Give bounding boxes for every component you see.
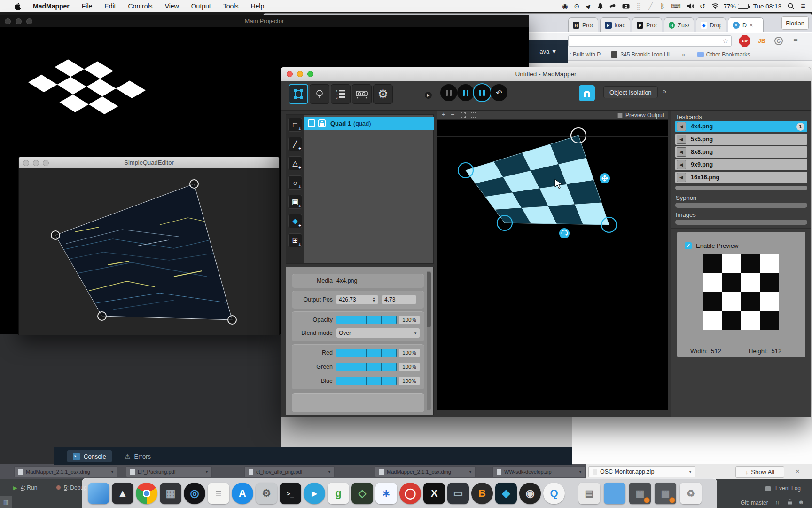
dev-app-icon[interactable]: ◆: [495, 483, 517, 504]
menu-item-controls[interactable]: Controls: [122, 0, 158, 12]
screenshot-app-icon[interactable]: ▦: [160, 483, 181, 504]
location-icon[interactable]: ▶: [584, 0, 593, 12]
download-item[interactable]: MadMapper_2.1.1_osx.dmg▾: [14, 466, 117, 477]
preview-output-toggle[interactable]: Preview Output: [617, 112, 664, 119]
node-app-icon[interactable]: ◇: [351, 483, 373, 504]
event-log-button[interactable]: Event Log: [775, 485, 801, 492]
show-all-downloads-button[interactable]: ↓ Show All: [735, 466, 784, 478]
chrome-tab-4[interactable]: HZusa: [664, 17, 694, 32]
surfaces-mode-button[interactable]: [289, 84, 308, 104]
selection-marquee-icon[interactable]: [471, 112, 476, 118]
move-gizmo-icon[interactable]: [600, 173, 610, 183]
red-slider[interactable]: [336, 349, 397, 357]
download-item[interactable]: MadMapper_2.1.1_osx.dmg▾: [375, 466, 476, 477]
wifi-icon[interactable]: [710, 0, 720, 12]
pause-active-button[interactable]: [474, 84, 491, 101]
snap-magnet-button[interactable]: [579, 85, 595, 101]
record-icon[interactable]: ◉: [561, 0, 569, 12]
menu-item-tools[interactable]: Tools: [217, 0, 245, 12]
chrome-icon[interactable]: [136, 483, 157, 504]
run-button[interactable]: 4: Run: [21, 484, 37, 491]
atom-app-icon[interactable]: ∗: [375, 483, 397, 504]
chevron-down-icon[interactable]: ▾: [689, 470, 691, 474]
blue-slider[interactable]: [336, 377, 397, 385]
screens-app-icon[interactable]: ▭: [447, 483, 469, 504]
media-value[interactable]: 4x4.png: [336, 278, 357, 284]
testcard-row-9x9[interactable]: ◀9x9.png: [675, 159, 807, 170]
layer-row-quad1[interactable]: Quad 1 (quad): [304, 117, 434, 130]
output-setup-button[interactable]: [352, 84, 372, 104]
bookmark-item[interactable]: 345 Brankic Icon UI: [620, 51, 670, 58]
assign-left-icon[interactable]: ◀: [677, 122, 686, 131]
tab-console[interactable]: >_ Console: [67, 450, 112, 462]
add-ellipse-button[interactable]: ○+: [288, 175, 302, 190]
quad-corner-handle[interactable]: [98, 312, 106, 320]
add-mask-button[interactable]: ▣+: [288, 195, 302, 209]
bluetooth-icon[interactable]: ᛒ: [658, 0, 666, 12]
chrome-tab-2[interactable]: Pload: [600, 17, 630, 32]
adblock-extension-icon[interactable]: ABP: [739, 35, 750, 47]
xquartz-icon[interactable]: X: [423, 483, 445, 504]
player-app-icon[interactable]: ◉: [519, 483, 541, 504]
chrome-tab-1[interactable]: HProc: [568, 17, 598, 32]
pause-selected-button[interactable]: [457, 84, 474, 101]
textedit-icon[interactable]: ≡: [208, 483, 229, 504]
stepper-icon[interactable]: ▲▼: [372, 297, 375, 302]
assign-left-icon[interactable]: ◀: [677, 160, 686, 169]
enable-preview-checkbox[interactable]: ✓: [685, 242, 692, 249]
timemachine-icon[interactable]: ↺: [698, 0, 707, 12]
assign-left-icon[interactable]: ◀: [677, 173, 686, 182]
zoom-in-icon[interactable]: +: [442, 111, 445, 118]
spotlight-search-icon[interactable]: [786, 0, 796, 12]
git-branch-widget[interactable]: Git: master: [741, 500, 768, 506]
green-app-icon[interactable]: g: [328, 483, 349, 504]
chevron-down-icon[interactable]: ▾: [328, 470, 330, 474]
red-app-icon[interactable]: ◯: [399, 483, 421, 504]
java-dropdown[interactable]: ava ▼: [529, 40, 568, 63]
menu-item-help[interactable]: Help: [244, 0, 270, 12]
object-isolation-button[interactable]: Object Isolation: [603, 86, 658, 98]
visibility-checkbox[interactable]: [308, 119, 315, 127]
chrome-tab-5[interactable]: ◆Drop: [696, 17, 726, 32]
assign-left-icon[interactable]: ◀: [677, 147, 686, 157]
other-bookmarks-label[interactable]: Other Bookmarks: [706, 51, 750, 58]
quicktime-icon[interactable]: Q: [543, 483, 565, 504]
bookmarks-overflow-chevron[interactable]: »: [682, 51, 685, 58]
flashlight-icon[interactable]: [608, 0, 617, 12]
trash-icon[interactable]: ♻: [680, 483, 702, 504]
testcard-row-4x4[interactable]: ◀4x4.png1: [675, 121, 807, 132]
chevron-down-icon[interactable]: ▾: [469, 470, 471, 474]
tool-window-toggle[interactable]: ▦: [0, 496, 12, 508]
app-store-icon[interactable]: A: [232, 483, 253, 504]
chrome-tab-6[interactable]: ×D×: [728, 17, 764, 32]
camera-icon[interactable]: [621, 0, 631, 12]
menu-item-file[interactable]: File: [76, 0, 99, 12]
volume-icon[interactable]: [686, 0, 695, 12]
panel-disclosure-icon[interactable]: ▶: [425, 92, 432, 99]
mapping-canvas[interactable]: + − Preview Output: [437, 111, 668, 410]
preview-output-checkbox[interactable]: [617, 113, 623, 118]
output-pos-x-field[interactable]: 426.73 ▲▼: [336, 295, 378, 304]
quad-editor-surface[interactable]: [19, 168, 279, 335]
menu-item-output[interactable]: Output: [185, 0, 217, 12]
green-slider[interactable]: [336, 363, 397, 371]
menu-item-view[interactable]: View: [159, 0, 185, 12]
undo-button[interactable]: ↶: [491, 84, 508, 101]
download-item[interactable]: WW-sdk-develop.zip▾: [492, 466, 586, 477]
quad-corner-handle[interactable]: [190, 180, 198, 188]
chevron-down-icon[interactable]: ▾: [579, 470, 581, 474]
minimized-window-icon[interactable]: ▩: [655, 483, 676, 504]
g-extension-icon[interactable]: G: [773, 35, 784, 47]
assign-left-icon[interactable]: ◀: [677, 135, 686, 144]
chrome-profile-button[interactable]: Florian: [781, 16, 809, 30]
blend-mode-dropdown[interactable]: Over ▼: [336, 328, 420, 338]
mapped-quad-surface[interactable]: [437, 120, 668, 410]
pause-all-button[interactable]: [440, 84, 457, 101]
apple-menu[interactable]: [8, 0, 27, 12]
add-quad-button[interactable]: □+: [288, 118, 302, 132]
compass-app-icon[interactable]: ◎: [184, 483, 205, 504]
unlock-icon[interactable]: [318, 119, 326, 127]
chevron-down-icon[interactable]: ▾: [111, 470, 113, 474]
minimized-window-icon[interactable]: ▩: [629, 483, 651, 504]
quad-corner-handle[interactable]: [228, 316, 236, 324]
